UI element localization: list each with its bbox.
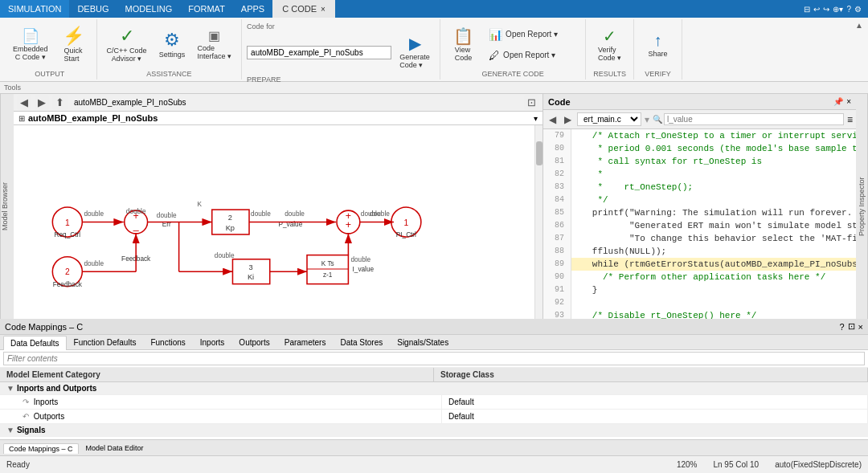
share-button[interactable]: ↑ Share [640, 29, 676, 61]
bottom-content: Model Element Category Storage Class ▼ I… [0, 350, 868, 439]
maximize-bottom-icon[interactable]: ⊡ [848, 321, 855, 332]
svg-text:double: double [370, 210, 390, 218]
svg-text:2: 2 [228, 214, 232, 222]
line-text: printf("Warning: The simulation will run… [571, 206, 856, 219]
secondary-tab-code-mappings[interactable]: Code Mappings – C [3, 443, 79, 454]
code-search-input[interactable] [664, 113, 844, 125]
status-right: 120% Ln 95 Col 10 auto(FixedStepDiscrete… [677, 460, 862, 469]
output-label: OUTPUT [35, 68, 64, 78]
property-inspector-tab[interactable]: Property Inspector [856, 94, 868, 319]
maximize-canvas-button[interactable]: ⊡ [524, 95, 539, 110]
code-file-select[interactable]: ert_main.c [577, 112, 641, 126]
view-code-button[interactable]: 📋 ViewCode [445, 25, 481, 65]
tab-data-stores[interactable]: Data Stores [333, 335, 390, 349]
menu-format[interactable]: FORMAT [180, 0, 233, 18]
tab-function-defaults[interactable]: Function Defaults [67, 335, 144, 349]
code-line: 81 * call syntax for rt_OneStep is [543, 155, 856, 168]
settings-button[interactable]: ⚙ Settings [154, 28, 190, 62]
code-menu-button[interactable]: ≡ [847, 114, 853, 125]
share-label: VERIFY [645, 68, 671, 78]
tab-close-icon[interactable]: × [321, 5, 326, 14]
svg-text:double: double [84, 210, 104, 218]
redo-icon[interactable]: ↪ [823, 5, 829, 14]
remove-highlight-button[interactable]: 🖊 Open Report ▾ [484, 46, 580, 65]
line-number: 89 [543, 258, 571, 271]
open-report-button[interactable]: 📊 Open Report ▾ [484, 25, 580, 44]
model-name: autoMBD_example_PI_noSubs [28, 113, 158, 123]
share-label: Share [649, 50, 668, 58]
more-icon[interactable]: ⊕▾ [833, 5, 843, 14]
svg-text:double: double [285, 210, 305, 218]
undo-icon[interactable]: ↩ [813, 5, 820, 14]
model-browser-tab[interactable]: Model Browser [0, 94, 14, 319]
quick-start-button[interactable]: ⚡ QuickStart [55, 24, 92, 66]
code-for-label: Code for [247, 22, 435, 31]
breadcrumb-text: autoMBD_example_PI_noSubs [74, 98, 186, 107]
forward-button[interactable]: ▶ [35, 95, 49, 110]
code-content[interactable]: 79 /* Attach rt_OneStep to a timer or in… [543, 129, 856, 319]
line-number: 84 [543, 194, 571, 206]
code-for-input[interactable] [247, 46, 391, 59]
tab-functions[interactable]: Functions [143, 335, 192, 349]
advisor-button[interactable]: ✓ C/C++ CodeAdvisor ▾ [102, 24, 152, 66]
tab-parameters[interactable]: Parameters [277, 335, 334, 349]
filter-input[interactable] [3, 352, 865, 365]
tools-bar: Tools [0, 82, 868, 94]
code-forward-button[interactable]: ▶ [562, 113, 574, 126]
pin-code-button[interactable]: 📌 [833, 97, 843, 106]
interface-label: CodeInterface ▾ [198, 44, 232, 60]
search-icon: 🔍 [653, 115, 662, 124]
code-line: 79 /* Attach rt_OneStep to a timer or in… [543, 129, 856, 142]
code-line: 87 "To change this behavior select the '… [543, 232, 856, 245]
embedded-c-button[interactable]: 📄 EmbeddedC Code ▾ [8, 26, 53, 64]
verify-button[interactable]: ✓ VerifyCode ▾ [592, 25, 628, 65]
toolbar-icon-1[interactable]: ⊟ [804, 5, 810, 14]
interface-button[interactable]: ▣ CodeInterface ▾ [193, 27, 237, 63]
status-solver: auto(FixedStepDiscrete) [775, 460, 862, 469]
code-line: 83 * rt_OneStep(); [543, 181, 856, 194]
interface-icon: ▣ [208, 30, 220, 43]
remove-highlight-label: Open Report ▾ [503, 51, 555, 59]
line-text: /* Perform other application tasks here … [571, 271, 825, 283]
view-code-label: ViewCode [455, 46, 473, 62]
menu-debug[interactable]: DEBUG [69, 0, 117, 18]
tab-inports[interactable]: Inports [193, 335, 232, 349]
model-dropdown-icon[interactable]: ▾ [534, 114, 538, 123]
tab-signals-states[interactable]: Signals/States [390, 335, 456, 349]
code-back-button[interactable]: ◀ [547, 113, 559, 126]
tab-c-code[interactable]: C CODE × [272, 0, 335, 18]
section-inports-outports[interactable]: ▼ Inports and Outports [0, 382, 868, 395]
vertical-scroll[interactable] [534, 125, 542, 319]
code-line: 86 "Generated ERT main won't simulate mo… [543, 219, 856, 232]
verify-label: VerifyCode ▾ [598, 46, 621, 62]
open-report-label: Open Report ▾ [506, 30, 558, 39]
back-button[interactable]: ◀ [17, 95, 31, 110]
status-bar: Ready 120% Ln 95 Col 10 auto(FixedStepDi… [0, 455, 868, 473]
settings-icon-top[interactable]: ⚙ [854, 5, 862, 14]
secondary-tab-model-data[interactable]: Model Data Editor [80, 442, 149, 453]
expand-ribbon-button[interactable]: ▲ [855, 21, 863, 30]
tab-data-defaults[interactable]: Data Defaults [3, 336, 67, 350]
cell-inports-storage[interactable]: Default [442, 395, 868, 409]
cell-outports-storage[interactable]: Default [442, 410, 868, 423]
help-icon[interactable]: ? [846, 5, 851, 14]
code-line: 91 } [543, 283, 856, 296]
menu-simulation[interactable]: SIMULATION [0, 0, 69, 18]
status-position: Ln 95 Col 10 [713, 460, 759, 469]
tab-outports[interactable]: Outports [231, 335, 276, 349]
menu-modeling[interactable]: MODELING [117, 0, 181, 18]
generate-code-button[interactable]: ▶ GenerateCode ▾ [395, 32, 435, 72]
line-number: 92 [543, 296, 571, 309]
up-button[interactable]: ⬆ [52, 95, 68, 110]
line-text: * period 0.001 seconds (the model's base… [571, 142, 856, 155]
col-category: Model Element Category [0, 368, 434, 381]
close-bottom-icon[interactable]: × [858, 322, 863, 332]
close-code-button[interactable]: × [846, 97, 851, 106]
scroll-thumb [536, 141, 542, 165]
line-text: * call syntax for rt_OneStep is [571, 155, 762, 168]
help-bottom-icon[interactable]: ? [839, 322, 844, 332]
menu-apps[interactable]: APPS [233, 0, 272, 18]
svg-text:K Ts: K Ts [321, 260, 334, 267]
section-signals[interactable]: ▼ Signals [0, 424, 868, 437]
simulink-canvas[interactable]: 1 Req_Ctrl double + _ double double Err … [14, 125, 542, 319]
